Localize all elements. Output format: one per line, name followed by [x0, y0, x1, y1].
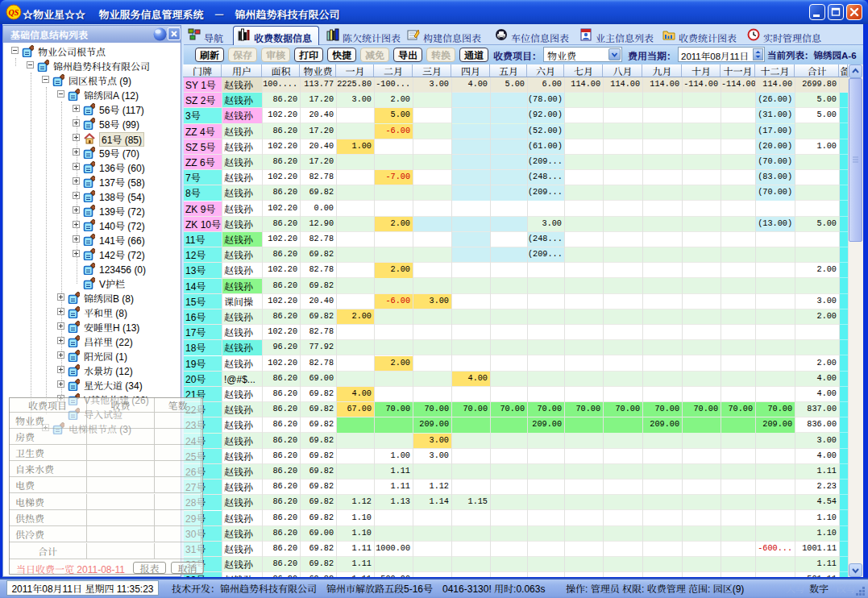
svg-text:QS: QS — [9, 8, 19, 17]
